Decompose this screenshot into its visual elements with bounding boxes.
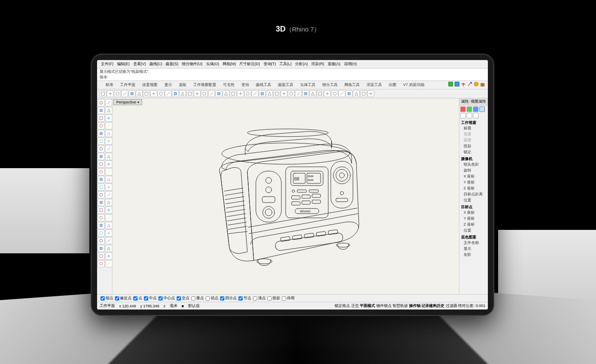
toolbar-button[interactable] <box>331 90 338 97</box>
tool-button[interactable] <box>97 183 105 191</box>
axis-icon[interactable] <box>461 81 466 87</box>
arrow-icon[interactable] <box>467 81 473 87</box>
toolbar-button[interactable] <box>252 90 258 97</box>
status-toggle[interactable]: 平面模式 <box>360 304 376 308</box>
prop-icon-7[interactable] <box>473 113 479 118</box>
toolbar-button[interactable] <box>324 90 331 97</box>
osnap-option[interactable]: 停用 <box>282 295 295 301</box>
tool-button[interactable] <box>97 191 105 198</box>
prop-icon-5[interactable] <box>460 113 466 118</box>
tool-button[interactable] <box>97 153 105 160</box>
toolbar-button[interactable] <box>259 90 266 97</box>
props-item[interactable]: 灰阶 <box>459 252 488 258</box>
toolbar-button[interactable] <box>215 90 222 97</box>
status-layer[interactable]: 默认值 <box>188 303 200 309</box>
tool-button[interactable] <box>105 99 112 106</box>
toolbar-button[interactable] <box>150 90 157 97</box>
toolbar-button[interactable] <box>158 90 164 97</box>
props-item[interactable]: X 座标 <box>459 210 488 216</box>
props-item[interactable]: X 座标 <box>459 174 488 180</box>
tool-button[interactable] <box>97 130 105 137</box>
tool-button[interactable] <box>97 122 105 129</box>
toolbar-button[interactable] <box>179 90 186 97</box>
tool-button[interactable] <box>105 214 112 221</box>
status-toggle[interactable]: 锁定格点 <box>335 304 351 308</box>
menu-item[interactable]: 文件(F) <box>100 61 115 67</box>
tool-tab[interactable]: 曲面工具 <box>278 82 293 88</box>
toolbar-button[interactable] <box>194 90 201 97</box>
props-item[interactable]: Y 座标 <box>459 180 488 186</box>
tool-tab[interactable]: 选取 <box>179 82 186 88</box>
menu-item[interactable]: 说明(H) <box>343 61 358 67</box>
toolbar-button[interactable] <box>338 90 345 97</box>
toolbar-button[interactable] <box>309 90 316 97</box>
tool-tab[interactable]: 曲线工具 <box>256 82 271 88</box>
osnap-option[interactable]: 投影 <box>267 295 280 301</box>
menu-item[interactable]: 分析(A) <box>294 61 309 67</box>
osnap-option[interactable]: 顶点 <box>253 295 266 301</box>
osnap-option[interactable]: 最近点 <box>115 295 132 301</box>
props-item[interactable]: 位置 <box>459 228 488 234</box>
osnap-option[interactable]: 四分点 <box>220 295 237 301</box>
menu-item[interactable]: 尺寸标注(D) <box>238 61 261 67</box>
props-item[interactable]: 标题 <box>459 126 488 132</box>
tool-button[interactable] <box>97 229 105 237</box>
toolbar-button[interactable] <box>100 90 106 97</box>
props-item[interactable]: 位置 <box>459 198 488 203</box>
tool-tab[interactable]: 出图 <box>389 82 396 88</box>
toolbar-button[interactable] <box>360 90 367 97</box>
tool-button[interactable] <box>105 237 112 244</box>
tool-button[interactable] <box>105 168 112 175</box>
cube-blue-icon[interactable] <box>454 81 460 87</box>
props-item[interactable]: 旋转 <box>459 168 488 174</box>
tool-button[interactable] <box>105 229 112 237</box>
cube-green-icon[interactable] <box>448 81 453 87</box>
tool-tab[interactable]: 细分工具 <box>322 82 338 88</box>
menu-item[interactable]: 曲面(S) <box>164 61 180 67</box>
tool-button[interactable] <box>97 138 105 145</box>
tool-button[interactable] <box>105 130 112 137</box>
tool-button[interactable] <box>97 206 105 214</box>
toolbar-button[interactable] <box>244 90 251 97</box>
tool-button[interactable] <box>105 222 112 229</box>
menu-item[interactable]: 曲线(C) <box>148 61 164 67</box>
tool-tab[interactable]: 设置视图 <box>142 82 158 88</box>
menu-item[interactable]: 面板(A) <box>327 61 342 67</box>
tool-tab[interactable]: 标准 <box>106 82 113 88</box>
osnap-option[interactable]: 中点 <box>144 295 157 301</box>
toolbar-button[interactable] <box>302 90 309 97</box>
toolbar-button[interactable] <box>208 90 215 97</box>
tool-tab[interactable]: 工作视窗配置 <box>193 82 216 88</box>
osnap-option[interactable]: 中心点 <box>158 295 175 301</box>
osnap-option[interactable]: 交点 <box>177 295 189 301</box>
prop-icon-2[interactable] <box>467 106 472 112</box>
status-toggle[interactable]: 记录建构历史 <box>421 304 446 308</box>
toolbar-button[interactable] <box>186 90 193 97</box>
prop-icon-1[interactable] <box>460 106 466 112</box>
toolbar-button[interactable] <box>143 90 150 97</box>
menu-item[interactable]: 变动(T) <box>262 61 278 67</box>
tool-tab[interactable]: 变动 <box>241 82 249 88</box>
osnap-option[interactable]: 点 <box>133 295 142 301</box>
toolbar-button[interactable] <box>317 90 324 97</box>
status-layer-swatch[interactable]: ■ <box>182 304 184 308</box>
menu-item[interactable]: 渲染(R) <box>310 61 326 67</box>
prop-icon-6[interactable] <box>467 113 472 118</box>
props-item[interactable]: 显示 <box>459 246 488 252</box>
tool-button[interactable] <box>97 245 105 252</box>
status-toggle[interactable]: 操作轴 <box>409 304 422 308</box>
toolbar-button[interactable] <box>201 90 208 97</box>
status-toggle[interactable]: 绝对公差: 0.001 <box>458 304 485 308</box>
toolbar-button[interactable] <box>172 90 179 97</box>
toolbar-button[interactable] <box>346 90 352 97</box>
menu-item[interactable]: 细分物件(U) <box>181 61 204 67</box>
tool-button[interactable] <box>97 199 105 206</box>
tool-tab[interactable]: 实体工具 <box>300 82 315 88</box>
toolbar-button[interactable] <box>266 90 273 97</box>
viewport-tab[interactable]: Perspective <box>113 99 142 105</box>
toolbar-button[interactable] <box>136 90 143 97</box>
props-item[interactable]: 镜头焦距 <box>459 162 488 168</box>
command-line[interactable]: 显示模式已切换为"线架模式". 指令: <box>97 69 488 81</box>
tool-button[interactable] <box>105 153 112 160</box>
tool-button[interactable] <box>105 107 112 114</box>
